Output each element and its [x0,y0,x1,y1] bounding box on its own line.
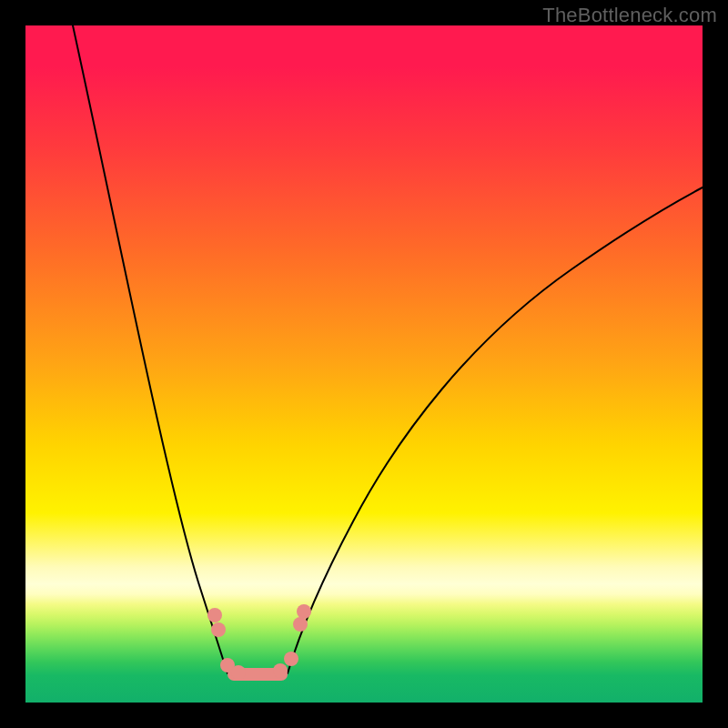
watermark-text: TheBottleneck.com [542,4,717,27]
marker-dot [231,665,246,680]
plot-area [25,25,703,703]
curve-right [288,187,703,673]
chart-frame: TheBottleneck.com [0,0,728,728]
curve-left [73,25,228,673]
marker-dot [284,652,298,666]
marker-dot [293,617,308,632]
marker-dot [207,608,222,622]
marker-dot [273,663,288,678]
marker-dot [211,622,226,637]
curve-overlay [25,25,703,703]
marker-dot [297,604,311,619]
